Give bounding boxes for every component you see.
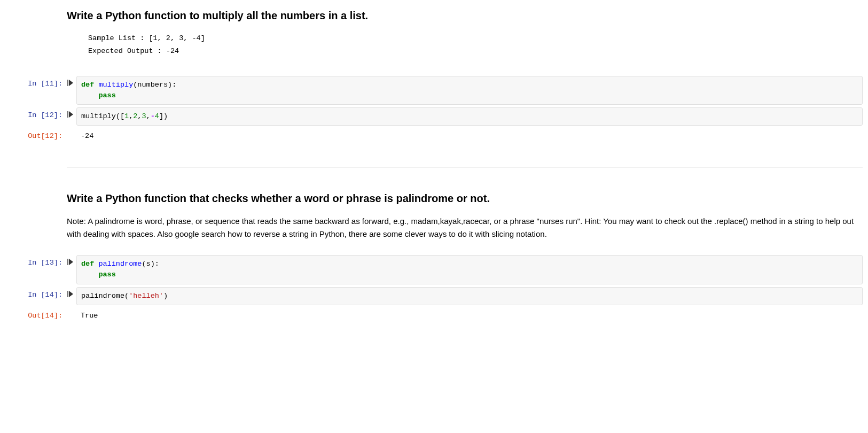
input-prompt: In [11]: (5, 76, 67, 92)
run-spacer (67, 308, 76, 312)
function-call: palindrome (81, 292, 124, 300)
sample-block: Sample List : [1, 2, 3, -4] Expected Out… (88, 32, 857, 58)
section-heading: Write a Python function that checks whet… (67, 191, 857, 205)
number-literal: 1 (124, 112, 129, 120)
output-prompt: Out[14]: (5, 308, 67, 324)
notebook-container: Write a Python function to multiply all … (0, 0, 868, 324)
cell-content: True (76, 308, 863, 324)
code-cell-12: In [12]: multiply([1,2,3,-4]) (5, 107, 863, 126)
input-prompt: In [12]: (5, 107, 67, 124)
number-literal: 4 (155, 112, 159, 120)
bracket-open: ([ (116, 112, 124, 120)
param-name: s (146, 260, 151, 268)
function-call: multiply (81, 112, 116, 120)
function-name: palindrome (98, 260, 142, 268)
cell-content: -24 (76, 128, 863, 145)
run-cell-icon[interactable] (67, 76, 76, 86)
paren-open: ( (124, 292, 129, 300)
param-name: numbers (137, 81, 168, 89)
paren-close: ) (163, 292, 168, 300)
output-prompt: Out[12]: (5, 128, 67, 145)
output-value: True (76, 308, 863, 324)
string-literal: 'helleh' (129, 292, 163, 300)
keyword-pass: pass (98, 91, 115, 99)
code-input[interactable]: palindrome('helleh') (76, 287, 863, 305)
code-input[interactable]: multiply([1,2,3,-4]) (76, 107, 863, 126)
run-cell-icon[interactable] (67, 107, 76, 118)
markdown-cell-palindrome: Write a Python function that checks whet… (67, 183, 857, 252)
markdown-cell-multiply: Write a Python function to multiply all … (67, 0, 857, 73)
paren-close: ): (168, 81, 176, 89)
code-input[interactable]: def palindrome(s): pass (76, 255, 863, 284)
code-cell-14: In [14]: palindrome('helleh') (5, 287, 863, 305)
section-note: Note: A palindrome is word, phrase, or s… (67, 215, 857, 241)
sample-list-line: Sample List : [1, 2, 3, -4] (88, 34, 205, 42)
operator-minus: - (151, 112, 155, 120)
cell-content: palindrome('helleh') (76, 287, 863, 305)
comma: , (146, 112, 151, 120)
code-cell-13: In [13]: def palindrome(s): pass (5, 255, 863, 284)
code-input[interactable]: def multiply(numbers): pass (76, 76, 863, 105)
input-prompt: In [13]: (5, 255, 67, 272)
expected-output-line: Expected Output : -24 (88, 47, 179, 55)
keyword-pass: pass (98, 270, 115, 279)
input-prompt: In [14]: (5, 287, 67, 304)
keyword-def: def (81, 81, 94, 89)
keyword-def: def (81, 260, 94, 268)
indent (81, 91, 98, 99)
output-value: -24 (76, 128, 863, 145)
paren-close: ): (151, 260, 159, 268)
indent (81, 270, 98, 279)
run-cell-icon[interactable] (67, 287, 76, 297)
run-spacer (67, 128, 76, 132)
section-divider (67, 167, 863, 168)
output-cell-12: Out[12]: -24 (5, 128, 863, 145)
output-cell-14: Out[14]: True (5, 308, 863, 324)
function-name: multiply (98, 81, 133, 89)
bracket-close: ]) (159, 112, 168, 120)
cell-content: def palindrome(s): pass (76, 255, 863, 284)
cell-content: multiply([1,2,3,-4]) (76, 107, 863, 126)
number-literal: 3 (142, 112, 146, 120)
code-cell-11: In [11]: def multiply(numbers): pass (5, 76, 863, 105)
cell-content: def multiply(numbers): pass (76, 76, 863, 105)
run-cell-icon[interactable] (67, 255, 76, 265)
section-heading: Write a Python function to multiply all … (67, 9, 857, 22)
paren-open: ( (142, 260, 146, 268)
